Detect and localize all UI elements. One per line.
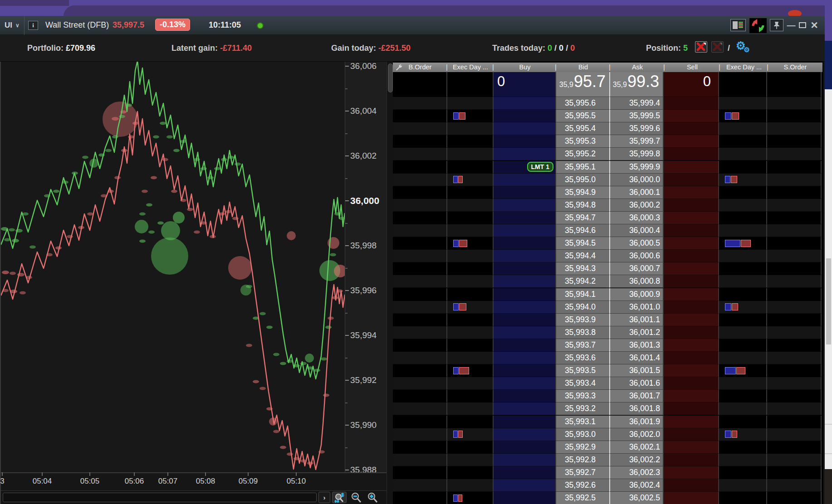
cell-exec-day-left[interactable] <box>447 390 494 402</box>
cell-exec-day-right[interactable] <box>719 174 767 186</box>
cell-exec-day-right[interactable] <box>719 339 767 352</box>
cell-ask-price[interactable]: 36,000.6 <box>609 250 664 262</box>
pin-button[interactable] <box>770 19 783 31</box>
cell-exec-day-right[interactable] <box>719 135 767 148</box>
cell-exec-day-left[interactable] <box>447 72 494 97</box>
cell-stop-order[interactable] <box>767 428 822 441</box>
cell-stop-order[interactable] <box>767 288 822 301</box>
cell-ask-price[interactable]: 36,002.2 <box>609 454 664 466</box>
cell-stop-order[interactable] <box>767 416 822 428</box>
cell-ask-price[interactable]: 36,002.1 <box>609 441 664 454</box>
ladder-header-buy[interactable]: Buy <box>494 63 556 71</box>
price-axis[interactable]: 36,00636,00436,00236,00035,99835,99635,9… <box>345 62 387 472</box>
cell-ask-price[interactable]: 36,001.9 <box>609 416 664 428</box>
cell-exec-day-left[interactable] <box>447 110 494 122</box>
cell-bid-price[interactable]: 35,994.1 <box>556 288 610 301</box>
cell-exec-day-left[interactable] <box>447 479 494 492</box>
cell-sell[interactable] <box>664 148 719 160</box>
cell-bid-price[interactable]: 35,995.6 <box>556 97 610 110</box>
cell-stop-order[interactable] <box>767 199 822 212</box>
cell-buy[interactable] <box>494 326 556 339</box>
cell-sell[interactable] <box>664 326 719 339</box>
cell-buy[interactable] <box>494 454 556 466</box>
cell-exec-day-left[interactable] <box>447 161 494 174</box>
cell-exec-day-right[interactable] <box>719 199 767 212</box>
ladder-header-b-order[interactable]: B.Order <box>393 63 447 71</box>
cell-bid-price[interactable]: 35,994.0 <box>556 301 610 314</box>
close-all-positions-button[interactable] <box>711 41 724 53</box>
cell-buy[interactable]: LMT 1 <box>494 161 556 174</box>
cell-sell[interactable] <box>664 339 719 352</box>
cell-border-order[interactable] <box>393 174 447 186</box>
cell-sell[interactable] <box>664 428 719 441</box>
cell-exec-day-right[interactable] <box>719 212 767 224</box>
cell-buy[interactable] <box>494 237 556 250</box>
cell-exec-day-right[interactable] <box>719 186 767 199</box>
cell-sell[interactable] <box>664 402 719 415</box>
cell-buy[interactable] <box>494 186 556 199</box>
cell-sell[interactable] <box>664 224 719 237</box>
cell-stop-order[interactable] <box>767 72 822 97</box>
cell-stop-order[interactable] <box>767 174 822 186</box>
cell-sell[interactable] <box>664 186 719 199</box>
zoom-out-button[interactable] <box>349 492 363 503</box>
cell-exec-day-left[interactable] <box>447 262 494 275</box>
cell-stop-order[interactable] <box>767 275 822 288</box>
cell-buy[interactable] <box>494 441 556 454</box>
cell-sell[interactable] <box>664 441 719 454</box>
cell-exec-day-left[interactable] <box>447 441 494 454</box>
cell-exec-day-right[interactable] <box>719 364 767 377</box>
cell-bid-price[interactable]: 35,993.5 <box>556 364 610 377</box>
cell-exec-day-right[interactable] <box>719 301 767 314</box>
cell-buy[interactable] <box>494 390 556 402</box>
cell-bid-price[interactable]: 35,992.6 <box>556 479 610 492</box>
cell-border-order[interactable] <box>393 135 447 148</box>
cell-exec-day-right[interactable] <box>719 377 767 390</box>
cell-stop-order[interactable] <box>767 250 822 262</box>
cell-stop-order[interactable] <box>767 441 822 454</box>
cell-buy[interactable] <box>494 492 556 504</box>
cell-bid-price[interactable]: 35,994.4 <box>556 250 610 262</box>
cell-bid-price[interactable]: 35,994.2 <box>556 275 610 288</box>
cell-sell[interactable] <box>664 135 719 148</box>
cell-border-order[interactable] <box>393 250 447 262</box>
cell-stop-order[interactable] <box>767 110 822 122</box>
cell-ask-price[interactable]: 36,000.2 <box>609 199 664 212</box>
chart-horizontal-scrollbar[interactable] <box>3 493 317 502</box>
cell-stop-order[interactable] <box>767 390 822 402</box>
ladder-header-exec-day[interactable]: Exec Day ... <box>720 63 768 71</box>
cell-stop-order[interactable] <box>767 364 822 377</box>
cell-ask-price[interactable]: 36,001.7 <box>609 390 664 402</box>
cell-exec-day-right[interactable] <box>719 72 767 97</box>
cell-buy[interactable] <box>494 301 556 314</box>
cell-sell[interactable] <box>664 479 719 492</box>
cell-exec-day-left[interactable] <box>447 466 494 479</box>
cell-stop-order[interactable] <box>767 262 822 275</box>
cell-stop-order[interactable] <box>767 135 822 148</box>
cell-exec-day-left[interactable] <box>447 237 494 250</box>
cell-stop-order[interactable] <box>767 326 822 339</box>
cell-sell[interactable] <box>664 122 719 135</box>
cell-exec-day-right[interactable] <box>719 326 767 339</box>
cell-stop-order[interactable] <box>767 454 822 466</box>
cell-exec-day-right[interactable] <box>719 148 767 160</box>
cell-border-order[interactable] <box>393 314 447 326</box>
best-ask-cell[interactable]: 35,999.3 <box>609 72 664 97</box>
cell-border-order[interactable] <box>393 454 447 466</box>
cell-exec-day-left[interactable] <box>447 275 494 288</box>
cell-bid-price[interactable]: 35,993.4 <box>556 377 610 390</box>
cell-stop-order[interactable] <box>767 122 822 135</box>
cell-sell[interactable] <box>664 390 719 402</box>
cell-ask-price[interactable]: 36,001.0 <box>609 301 664 314</box>
cell-border-order[interactable] <box>393 199 447 212</box>
cell-exec-day-left[interactable] <box>447 122 494 135</box>
cell-buy[interactable] <box>494 97 556 110</box>
cell-buy[interactable] <box>494 288 556 301</box>
cell-buy[interactable] <box>494 377 556 390</box>
cell-sell[interactable] <box>664 377 719 390</box>
ladder-header-s-order[interactable]: S.Order <box>768 63 822 71</box>
background-scrollbar-thumb[interactable] <box>826 258 831 344</box>
cell-bid-price[interactable]: 35,995.0 <box>556 174 610 186</box>
cell-sell[interactable] <box>664 288 719 301</box>
cell-bid-price[interactable]: 35,992.9 <box>556 441 610 454</box>
